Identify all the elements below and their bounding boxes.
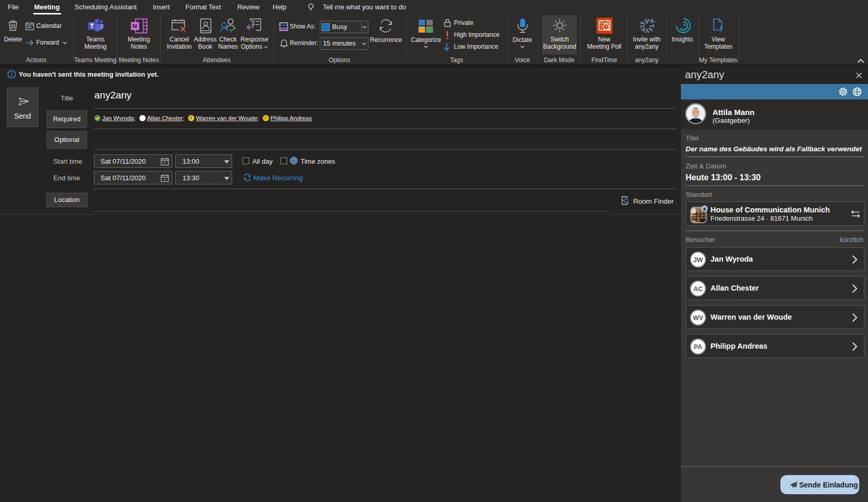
svg-text:PA: PA — [694, 343, 702, 351]
svg-text:AC: AC — [693, 285, 703, 293]
svg-text:JW: JW — [693, 256, 703, 264]
svg-text:WV: WV — [693, 314, 704, 322]
